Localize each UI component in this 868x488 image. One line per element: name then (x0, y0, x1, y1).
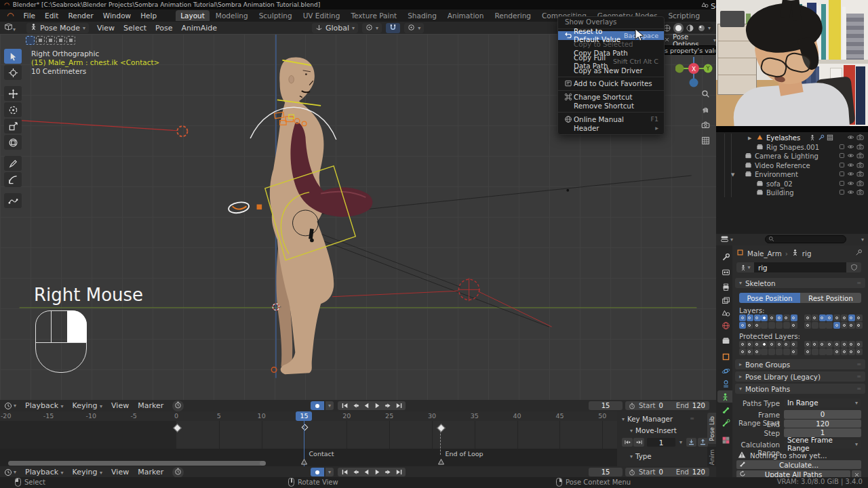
layer-toggle[interactable] (768, 322, 775, 329)
layer-toggle[interactable] (791, 322, 797, 329)
workspace-tab-modeling[interactable]: Modeling (211, 10, 253, 21)
move-insert-up-button[interactable] (698, 438, 708, 447)
menu-render[interactable]: Render (68, 12, 93, 20)
layer-toggle[interactable] (776, 322, 783, 329)
select-mode-intersect[interactable] (66, 36, 75, 45)
layer-toggle[interactable] (761, 322, 768, 329)
outliner-item-video-reference[interactable]: Video Reference (716, 161, 868, 171)
layer-toggle[interactable] (812, 322, 818, 329)
play-reverse-button[interactable] (361, 401, 372, 410)
panel-bone-groups[interactable]: ▸Bone Groups≡ (735, 359, 865, 369)
layer-toggle[interactable] (848, 348, 855, 355)
layer-toggle[interactable] (804, 322, 811, 329)
viewport-menu-select[interactable]: Select (123, 24, 146, 33)
layer-toggle[interactable] (761, 348, 768, 355)
layer-toggle[interactable] (841, 348, 848, 355)
panel-type[interactable]: ▾Type (630, 452, 652, 460)
layer-toggle[interactable] (783, 348, 790, 355)
side-tab-anim[interactable]: Anim (707, 447, 716, 468)
layer-toggle[interactable] (768, 341, 775, 348)
tool-scale[interactable] (4, 119, 22, 134)
layer-toggle[interactable] (768, 314, 775, 321)
layer-toggle[interactable] (747, 322, 753, 329)
name-field[interactable]: rig (754, 262, 846, 272)
clear-paths-button[interactable] (852, 470, 861, 478)
workspace-tab-rendering[interactable]: Rendering (490, 10, 536, 21)
jump-to-end-button[interactable] (393, 468, 404, 476)
layer-toggle[interactable] (819, 341, 826, 348)
fake-user-shield-icon[interactable] (846, 262, 861, 272)
armature-type-dropdown[interactable]: ▾ (736, 262, 754, 272)
field-frame-range-start[interactable]: 0 (784, 410, 861, 419)
pivot-dropdown[interactable]: ▾ (362, 23, 382, 33)
properties-tab-world[interactable] (719, 319, 732, 331)
layer-toggle[interactable] (754, 348, 761, 355)
toggle-grid-icon[interactable] (701, 136, 710, 147)
layer-toggle[interactable] (747, 341, 753, 348)
marker-triangle-icon[interactable] (438, 458, 444, 466)
timeline-menu-playback[interactable]: Playback ▾ (25, 401, 64, 410)
layer-toggle[interactable] (826, 341, 833, 348)
layer-toggle[interactable] (791, 341, 797, 348)
workspace-tab-sculpting[interactable]: Sculpting (254, 10, 297, 21)
auto-key-dropdown[interactable]: ▾ (326, 401, 334, 410)
layer-toggle[interactable] (856, 314, 863, 321)
layer-toggle[interactable] (812, 348, 818, 355)
next-keyframe-button[interactable] (382, 468, 393, 476)
timeline-menu-marker[interactable]: Marker (138, 468, 163, 476)
current-frame-badge[interactable]: 15 (296, 411, 312, 421)
layer-toggle[interactable] (739, 314, 746, 321)
panel-key-manager[interactable]: ▾Key Manager (622, 415, 673, 423)
layer-toggle[interactable] (826, 322, 833, 329)
editor-type-icon[interactable]: ▾ (4, 22, 16, 33)
search-input[interactable] (765, 235, 846, 243)
tool-measure[interactable] (4, 172, 22, 187)
layer-toggle[interactable] (819, 322, 826, 329)
layer-toggle[interactable] (776, 348, 783, 355)
frames-count-field[interactable]: 1 (647, 438, 675, 447)
viewport-menu-animaide[interactable]: AnimAide (182, 24, 218, 33)
layer-toggle[interactable] (819, 348, 826, 355)
tool-select-box[interactable] (4, 49, 22, 64)
outliner-item-environment[interactable]: ▼Environment (716, 170, 868, 180)
properties-tab-tool[interactable] (719, 251, 732, 263)
play-reverse-button[interactable] (361, 468, 372, 476)
select-mode-subtract[interactable] (46, 36, 55, 45)
shading-solid-icon[interactable] (673, 23, 684, 33)
menu-item-header[interactable]: Header▸ (558, 123, 664, 132)
outliner-item-sofa-02[interactable]: sofa_02 (716, 180, 868, 189)
layer-toggle[interactable] (856, 341, 863, 348)
dropdown-paths-type[interactable]: In Range▾ (784, 399, 861, 407)
menu-item-copy-full-data-path[interactable]: Copy Full Data PathShift Ctrl Alt C (558, 57, 664, 66)
frame-range-fields[interactable]: Start0End120 (625, 401, 709, 410)
layer-toggle[interactable] (841, 314, 848, 321)
layer-toggle[interactable] (754, 314, 761, 321)
layer-toggle[interactable] (783, 322, 790, 329)
blender-menu-icon[interactable]: ◠ (7, 11, 14, 20)
layer-toggle[interactable] (833, 314, 840, 321)
preview-range-icon[interactable] (172, 401, 184, 411)
layer-toggle[interactable] (841, 341, 848, 348)
properties-tab-bone[interactable] (719, 404, 732, 416)
outliner-item-rig-shapes-001[interactable]: Rig Shapes.001 (716, 143, 868, 152)
layer-toggle[interactable] (833, 348, 840, 355)
panel-motion-paths[interactable]: ▾Motion Paths≡ (735, 384, 865, 394)
panel-pose-library[interactable]: ▸Pose Library (Legacy)≡ (735, 371, 865, 382)
menu-item-change-shortcut[interactable]: Change Shortcut (558, 93, 664, 102)
auto-key-dropdown[interactable]: ▾ (326, 468, 334, 476)
layer-toggle[interactable] (768, 348, 775, 355)
jump-to-start-button[interactable] (339, 401, 350, 410)
menu-item-reset-to-default-value[interactable]: Reset to Default ValueBackspace (558, 31, 664, 40)
layer-toggle[interactable] (826, 314, 833, 321)
jump-to-start-button[interactable] (339, 468, 350, 476)
properties-tab-constraints[interactable] (719, 378, 732, 390)
layer-toggle[interactable] (848, 314, 855, 321)
navigation-gizmo[interactable]: Y X (675, 56, 716, 92)
shading-rendered-icon[interactable] (696, 23, 707, 33)
layer-toggle[interactable] (783, 314, 790, 321)
editor-type-icon[interactable]: ▾ (4, 402, 16, 410)
snap-toggle[interactable] (386, 23, 400, 33)
workspace-tab-uv-editing[interactable]: UV Editing (298, 10, 345, 21)
workspace-tab-layout[interactable]: Layout (176, 10, 210, 21)
menu-file[interactable]: File (23, 12, 35, 20)
